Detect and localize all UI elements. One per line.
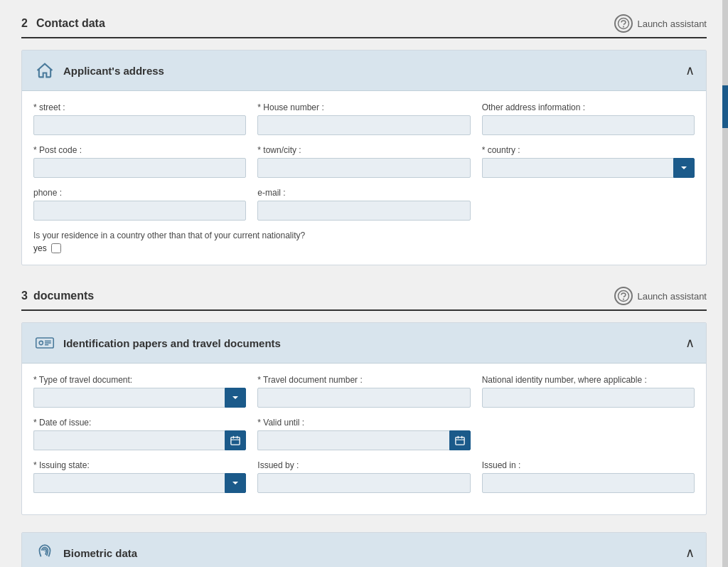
date-of-issue-label: * Date of issue: <box>33 418 246 428</box>
town-city-group: * town/city : <box>257 145 470 178</box>
phone-group: phone : <box>33 188 246 221</box>
house-number-group: * House number : <box>257 102 470 135</box>
travel-doc-type-input[interactable] <box>33 388 225 408</box>
issuing-state-label: * Issuing state: <box>33 460 246 470</box>
national-id-label: National identity number, where applicab… <box>482 375 695 385</box>
travel-doc-type-group: * Type of travel document: <box>33 375 246 408</box>
residence-question-text: Is your residence in a country other tha… <box>33 230 695 240</box>
other-address-group: Other address information : <box>482 102 695 135</box>
phone-input[interactable] <box>33 201 246 221</box>
identification-header: Identification papers and travel documen… <box>22 323 706 364</box>
date-of-issue-calendar[interactable] <box>225 430 246 450</box>
date-of-issue-group: * Date of issue: <box>33 418 246 450</box>
country-input[interactable] <box>482 158 673 178</box>
email-group: e-mail : <box>257 188 470 221</box>
other-address-input[interactable] <box>482 115 695 135</box>
launch-assistant-documents-label: Launch assistant <box>637 291 707 302</box>
house-number-input[interactable] <box>257 115 470 135</box>
issuing-state-group: * Issuing state: <box>33 460 246 493</box>
travel-doc-number-input[interactable] <box>257 388 470 408</box>
travel-doc-type-label: * Type of travel document: <box>33 375 246 385</box>
issued-by-input[interactable] <box>257 473 470 493</box>
section-2-title: 2 <box>21 17 28 30</box>
biometric-card: Biometric data ∧ Have your fingerprints … <box>21 532 707 567</box>
travel-doc-number-label: * Travel document number : <box>257 375 470 385</box>
date-placeholder-group <box>482 418 695 450</box>
travel-doc-number-group: * Travel document number : <box>257 375 470 408</box>
applicant-address-title: Applicant's address <box>63 65 164 77</box>
fingerprint-icon <box>33 541 56 564</box>
national-id-input[interactable] <box>482 388 695 408</box>
issuing-state-input[interactable] <box>33 473 225 493</box>
section-2-divider <box>21 37 707 38</box>
other-address-label: Other address information : <box>482 102 695 112</box>
country-dropdown-button[interactable] <box>673 158 695 178</box>
street-label: * street : <box>33 102 246 112</box>
section-3-title: documents <box>33 290 94 302</box>
residence-yes-label: yes <box>33 243 47 253</box>
collapse-biometric-button[interactable]: ∧ <box>685 545 695 561</box>
house-number-label: * House number : <box>257 102 470 112</box>
national-id-group: National identity number, where applicab… <box>482 375 695 408</box>
placeholder-group <box>482 188 695 221</box>
identification-body: * Type of travel document: * Travel docu… <box>22 364 706 514</box>
issuing-state-dropdown[interactable] <box>225 473 246 493</box>
valid-until-group: * Valid until : <box>257 418 470 450</box>
section-3-divider <box>21 309 707 311</box>
assistant-icon-documents <box>614 287 633 305</box>
assistant-icon-contact <box>614 14 633 33</box>
post-code-label: * Post code : <box>33 145 246 155</box>
email-label: e-mail : <box>257 188 470 198</box>
applicant-address-header: Applicant's address ∧ <box>22 51 706 91</box>
travel-doc-type-dropdown[interactable] <box>225 388 246 408</box>
id-card-icon <box>33 332 56 354</box>
residence-yes-checkbox[interactable] <box>51 243 61 253</box>
residence-section: Is your residence in a country other tha… <box>33 230 695 253</box>
country-label: * country : <box>482 145 695 155</box>
svg-point-5 <box>39 341 43 344</box>
house-icon <box>33 59 56 82</box>
svg-point-1 <box>623 26 624 27</box>
valid-until-input[interactable] <box>257 430 449 450</box>
biometric-header: Biometric data ∧ <box>22 533 706 567</box>
town-city-input[interactable] <box>257 158 470 178</box>
launch-assistant-contact[interactable]: Launch assistant <box>614 14 707 33</box>
launch-assistant-documents[interactable]: Launch assistant <box>614 287 707 305</box>
svg-rect-13 <box>456 438 464 445</box>
date-of-issue-input[interactable] <box>33 430 225 450</box>
town-city-label: * town/city : <box>257 145 470 155</box>
issued-by-group: Issued by : <box>257 460 470 493</box>
street-group: * street : <box>33 102 246 135</box>
valid-until-calendar[interactable] <box>449 430 471 450</box>
svg-point-3 <box>623 299 624 300</box>
applicant-address-card: Applicant's address ∧ * street : * House… <box>21 50 707 265</box>
applicant-address-body: * street : * House number : Other addres… <box>22 91 706 265</box>
issued-in-label: Issued in : <box>482 460 695 470</box>
contact-data-title: Contact data <box>36 17 105 30</box>
valid-until-label: * Valid until : <box>257 418 470 428</box>
collapse-address-button[interactable]: ∧ <box>685 63 695 78</box>
issued-by-label: Issued by : <box>257 460 470 470</box>
svg-rect-9 <box>231 438 240 445</box>
phone-label: phone : <box>33 188 246 198</box>
issued-in-group: Issued in : <box>482 460 695 493</box>
identification-title: Identification papers and travel documen… <box>63 337 281 349</box>
country-group: * country : <box>482 145 695 178</box>
collapse-identification-button[interactable]: ∧ <box>685 335 695 351</box>
issued-in-input[interactable] <box>482 473 695 493</box>
post-code-group: * Post code : <box>33 145 246 178</box>
identification-card: Identification papers and travel documen… <box>21 322 707 515</box>
biometric-title: Biometric data <box>63 547 137 559</box>
email-input[interactable] <box>257 201 470 221</box>
section-3-number: 3 <box>21 290 28 302</box>
launch-assistant-contact-label: Launch assistant <box>637 18 707 29</box>
post-code-input[interactable] <box>33 158 246 178</box>
street-input[interactable] <box>33 115 246 135</box>
